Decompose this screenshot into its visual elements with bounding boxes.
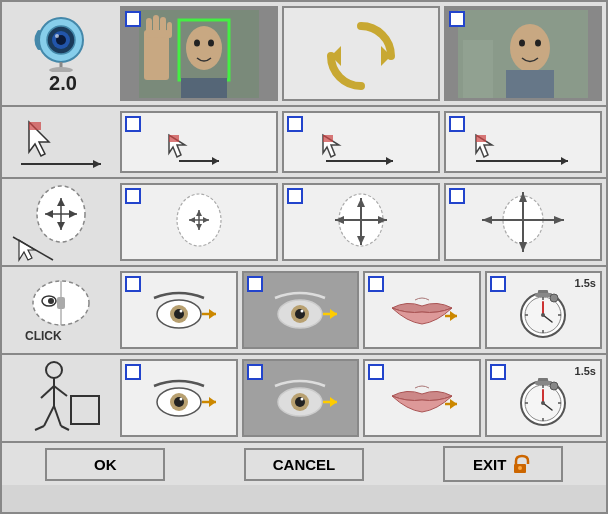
svg-rect-31 — [169, 135, 179, 142]
checkbox-click1[interactable] — [125, 276, 141, 292]
head-icon-cell — [6, 182, 116, 262]
svg-point-21 — [510, 24, 550, 72]
svg-point-80 — [174, 309, 184, 319]
eye-click-cell: CLICK — [6, 275, 116, 345]
walk-icon-cell — [6, 358, 116, 438]
svg-rect-14 — [153, 15, 159, 38]
head-row — [2, 179, 606, 267]
lips-arrow-walk — [377, 366, 467, 431]
eyebrow-card-2[interactable] — [242, 271, 360, 349]
main-window: 2.0 — [0, 0, 608, 514]
eyebrow-arrow-walk-1 — [134, 366, 224, 431]
mouse-card-2[interactable] — [282, 111, 440, 173]
eye-click-icon: CLICK — [11, 275, 111, 345]
svg-point-122 — [301, 397, 304, 400]
head-center-small — [159, 190, 239, 255]
svg-point-121 — [295, 397, 305, 407]
svg-point-86 — [295, 309, 305, 319]
walk-icon — [9, 358, 114, 438]
timer-walk-card[interactable]: 1.5s — [485, 359, 603, 437]
photo-card-1[interactable] — [120, 6, 278, 101]
checkbox-mouse1[interactable] — [125, 116, 141, 132]
svg-marker-33 — [212, 157, 219, 165]
rotate-arrows-icon — [319, 14, 404, 94]
lips-card-1[interactable] — [363, 271, 481, 349]
head-card-1[interactable] — [120, 183, 278, 261]
stopwatch-icon-1 — [516, 280, 571, 340]
timer-label-2: 1.5s — [575, 365, 596, 377]
checkbox-walk3[interactable] — [368, 364, 384, 380]
svg-line-107 — [54, 386, 67, 396]
version-label: 2.0 — [49, 72, 77, 95]
svg-point-11 — [208, 39, 214, 46]
button-row: OK CANCEL EXIT — [2, 443, 606, 485]
checkbox-head2[interactable] — [287, 188, 303, 204]
svg-rect-25 — [463, 40, 493, 98]
svg-point-96 — [550, 294, 558, 302]
svg-point-23 — [535, 39, 541, 46]
eyebrow-walk-card-2[interactable] — [242, 359, 360, 437]
svg-line-111 — [61, 426, 69, 430]
svg-point-103 — [541, 313, 545, 317]
svg-rect-35 — [323, 135, 333, 142]
camera-icon-cell: 2.0 — [6, 12, 116, 95]
svg-marker-68 — [519, 242, 527, 252]
svg-rect-112 — [71, 396, 99, 424]
mouse-arrow-icon — [11, 112, 111, 172]
head-card-3[interactable] — [444, 183, 602, 261]
svg-marker-124 — [330, 397, 337, 407]
svg-point-140 — [518, 466, 522, 470]
mouse-card-3[interactable] — [444, 111, 602, 173]
timer-card-1[interactable]: 1.5s — [485, 271, 603, 349]
lips-walk-card[interactable] — [363, 359, 481, 437]
exit-button[interactable]: EXIT — [443, 446, 563, 482]
mouse-row — [2, 107, 606, 179]
checkbox-photo1[interactable] — [125, 11, 141, 27]
svg-marker-118 — [209, 397, 216, 407]
svg-marker-71 — [482, 216, 492, 224]
svg-point-10 — [194, 39, 200, 46]
mouse-card-1[interactable] — [120, 111, 278, 173]
svg-marker-41 — [561, 157, 568, 165]
svg-text:CLICK: CLICK — [25, 329, 62, 343]
checkbox-click2[interactable] — [247, 276, 263, 292]
eyebrow-card-1[interactable] — [120, 271, 238, 349]
checkbox-mouse2[interactable] — [287, 116, 303, 132]
svg-point-116 — [179, 397, 182, 400]
ok-button[interactable]: OK — [45, 448, 165, 481]
svg-rect-39 — [476, 135, 486, 142]
head-card-2[interactable] — [282, 183, 440, 261]
head-cross-medium — [321, 190, 401, 255]
eyebrow-arrow-walk-2-dark — [255, 366, 345, 431]
timer-label-1: 1.5s — [575, 277, 596, 289]
stopwatch-icon-2 — [516, 368, 571, 428]
checkbox-walk2[interactable] — [247, 364, 263, 380]
svg-rect-76 — [57, 297, 65, 309]
checkbox-walk4[interactable] — [490, 364, 506, 380]
svg-marker-70 — [554, 216, 564, 224]
checkbox-photo2[interactable] — [449, 11, 465, 27]
svg-line-109 — [54, 406, 61, 426]
checkbox-head3[interactable] — [449, 188, 465, 204]
checkbox-mouse3[interactable] — [449, 116, 465, 132]
checkbox-click3[interactable] — [368, 276, 384, 292]
svg-point-9 — [186, 26, 222, 70]
checkbox-walk1[interactable] — [125, 364, 141, 380]
svg-rect-13 — [146, 18, 152, 38]
checkbox-head1[interactable] — [125, 188, 141, 204]
svg-point-87 — [301, 309, 304, 312]
svg-point-104 — [46, 362, 62, 378]
head-cross-large — [478, 190, 568, 255]
eyebrow-walk-card-1[interactable] — [120, 359, 238, 437]
svg-point-115 — [174, 397, 184, 407]
svg-marker-29 — [93, 160, 101, 168]
click-row: CLICK — [2, 267, 606, 355]
svg-marker-89 — [330, 309, 337, 319]
svg-rect-16 — [167, 22, 172, 38]
svg-point-75 — [48, 298, 54, 304]
checkbox-click4[interactable] — [490, 276, 506, 292]
cancel-button[interactable]: CANCEL — [244, 448, 364, 481]
svg-point-131 — [550, 382, 558, 390]
photo-card-2[interactable] — [444, 6, 602, 101]
hand-face-image — [139, 10, 259, 98]
